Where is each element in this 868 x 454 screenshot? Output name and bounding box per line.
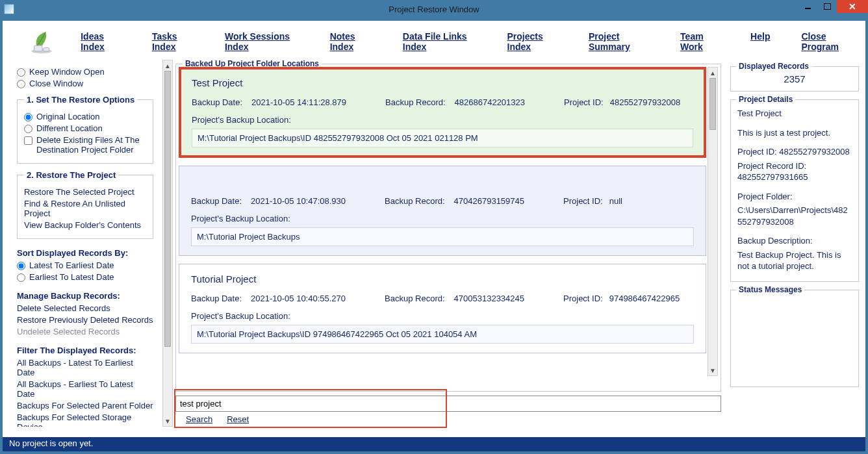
filter-all-earliest-link[interactable]: All Backups - Earliest To Latest Date — [17, 379, 153, 399]
title-bar: Project Restore Window ✕ — [0, 0, 868, 18]
list-scrollbar[interactable]: ▲ ▼ — [708, 67, 718, 376]
keep-window-label: Keep Window Open — [29, 67, 105, 77]
sort-latest-label: Latest To Earliest Date — [29, 260, 114, 270]
restore-options-legend: 1. Set The Restore Options — [24, 95, 137, 105]
details-recid-label: Project Record ID: — [737, 161, 806, 171]
backup-locations-group: Backed Up Project Folder Locations Test … — [175, 64, 721, 392]
filter-storage-link[interactable]: Backups For Selected Storage Device — [17, 412, 153, 427]
menu-team-work[interactable]: Team Work — [680, 31, 719, 52]
backup-record-label: Backup Record: — [385, 97, 446, 107]
different-location-radio-input[interactable] — [24, 125, 32, 133]
menu-project-summary[interactable]: Project Summary — [589, 31, 649, 52]
delete-existing-check[interactable]: Delete Existing Files At The Destination… — [24, 135, 146, 155]
menu-projects[interactable]: Projects Index — [507, 31, 557, 52]
delete-selected-link[interactable]: Delete Selected Records — [17, 303, 153, 313]
scroll-track[interactable] — [163, 71, 172, 416]
sidebar: Keep Window Open Close Window 1. Set The… — [3, 60, 162, 427]
project-id-value: null — [609, 196, 622, 206]
close-button[interactable]: ✕ — [837, 0, 868, 13]
restore-deleted-link[interactable]: Restore Previously Deleted Records — [17, 315, 153, 325]
backup-location-label: Project's Backup Location: — [191, 214, 694, 223]
scroll-thumb[interactable] — [164, 71, 171, 347]
project-id-label: Project ID: — [564, 97, 604, 107]
project-id-value: 482552797932008 — [610, 97, 680, 107]
keep-window-radio-input[interactable] — [17, 68, 25, 77]
minimize-button[interactable] — [798, 0, 817, 13]
top-menu-row: Ideas Index Tasks Index Work Sessions In… — [3, 21, 865, 60]
original-location-label: Original Location — [36, 112, 100, 121]
menu-notes[interactable]: Notes Index — [330, 31, 372, 52]
sort-earliest-radio-input[interactable] — [17, 273, 25, 282]
filter-all-latest-link[interactable]: All Backups - Latest To Earliest Date — [17, 358, 153, 377]
svg-rect-2 — [44, 48, 49, 51]
window-controls: ✕ — [798, 0, 868, 13]
search-input[interactable] — [175, 396, 721, 412]
delete-existing-label: Delete Existing Files At The Destination… — [36, 135, 146, 155]
app-icon — [4, 4, 14, 14]
filter-parent-link[interactable]: Backups For Selected Parent Folder — [17, 401, 153, 410]
restore-selected-link[interactable]: Restore The Selected Project — [24, 187, 146, 197]
sort-label: Sort Displayed Records By: — [17, 248, 153, 258]
menu-tasks[interactable]: Tasks Index — [152, 31, 194, 52]
menu-data-file-links[interactable]: Data File Links Index — [403, 31, 476, 52]
search-links: Search Reset — [175, 414, 721, 424]
scroll-up-icon[interactable]: ▲ — [708, 68, 717, 78]
close-window-label: Close Window — [29, 79, 83, 88]
details-folder-label: Project Folder: — [737, 191, 852, 203]
search-button[interactable]: Search — [186, 414, 212, 424]
keep-window-radio[interactable]: Keep Window Open — [17, 67, 153, 77]
record-meta-row: Backup Date: 2021-10-05 10:40:55.270 Bac… — [191, 294, 694, 303]
sidebar-scrollbar[interactable]: ▲ ▼ — [162, 60, 173, 427]
manage-label: Manage Backup Records: — [17, 291, 153, 301]
details-folder: C:\Users\Darren\Projects\482552797932008 — [737, 205, 852, 227]
backup-location-label: Project's Backup Location: — [192, 115, 693, 125]
close-window-radio[interactable]: Close Window — [17, 79, 153, 88]
project-id-label: Project ID: — [563, 294, 603, 303]
original-location-radio[interactable]: Original Location — [24, 112, 146, 121]
menu-help[interactable]: Help — [750, 31, 770, 52]
backup-record[interactable]: Backup Date: 2021-10-05 10:47:08.930 Bac… — [179, 166, 706, 256]
sort-latest-radio-input[interactable] — [17, 262, 25, 270]
maximize-button[interactable] — [817, 0, 837, 13]
scroll-thumb[interactable] — [709, 78, 716, 130]
sort-earliest-label: Earliest To Latest Date — [29, 272, 114, 282]
project-details-panel: Project Details Test Project This is jus… — [730, 99, 859, 282]
different-location-radio[interactable]: Different Location — [24, 123, 146, 133]
filter-label: Filter The Displayed Records: — [17, 346, 153, 355]
scroll-track[interactable] — [708, 78, 717, 365]
details-pid-label: Project ID: — [737, 147, 777, 157]
scroll-up-icon[interactable]: ▲ — [163, 60, 172, 71]
menu-work-sessions[interactable]: Work Sessions Index — [225, 31, 299, 52]
app-logo — [29, 27, 55, 57]
view-backup-link[interactable]: View Backup Folder's Contents — [24, 220, 146, 230]
scroll-down-icon[interactable]: ▼ — [708, 365, 717, 375]
status-messages-panel: Status Messages — [730, 290, 859, 387]
original-location-radio-input[interactable] — [24, 113, 32, 121]
delete-existing-checkbox[interactable] — [24, 136, 32, 145]
sort-latest-radio[interactable]: Latest To Earliest Date — [17, 260, 153, 270]
status-text: No project is open yet. — [9, 438, 93, 448]
scroll-down-icon[interactable]: ▼ — [163, 416, 172, 426]
backup-record-value: 470053132334245 — [454, 294, 524, 303]
menu-ideas[interactable]: Ideas Index — [81, 31, 121, 52]
backup-record[interactable]: Tutorial Project Backup Date: 2021-10-05… — [179, 264, 706, 353]
details-bdesc: Test Backup Project. This is not a tutor… — [737, 249, 852, 272]
backup-record-label: Backup Record: — [385, 196, 445, 206]
search-row: Search Reset — [175, 396, 721, 427]
backup-record-selected[interactable]: Test Project Backup Date: 2021-10-05 14:… — [179, 67, 706, 158]
restore-project-fieldset: 2. Restore The Project Restore The Selec… — [17, 170, 153, 239]
right-column: Displayed Records 2357 Project Details T… — [728, 60, 865, 427]
restore-project-legend: 2. Restore The Project — [24, 170, 118, 180]
sort-earliest-radio[interactable]: Earliest To Latest Date — [17, 272, 153, 282]
backup-record-value: 470426793159745 — [454, 196, 524, 206]
reset-button[interactable]: Reset — [227, 414, 249, 424]
menu-close-program[interactable]: Close Program — [801, 31, 854, 52]
backup-date-label: Backup Date: — [191, 294, 242, 303]
displayed-records-panel: Displayed Records 2357 — [730, 66, 859, 92]
close-window-radio-input[interactable] — [17, 80, 25, 88]
record-title: Test Project — [192, 77, 693, 88]
find-unlisted-link[interactable]: Find & Restore An Unlisted Project — [24, 199, 146, 218]
displayed-records-value: 2357 — [784, 73, 805, 84]
displayed-records-label: Displayed Records — [736, 62, 811, 71]
project-id-value: 974986467422965 — [609, 294, 680, 303]
